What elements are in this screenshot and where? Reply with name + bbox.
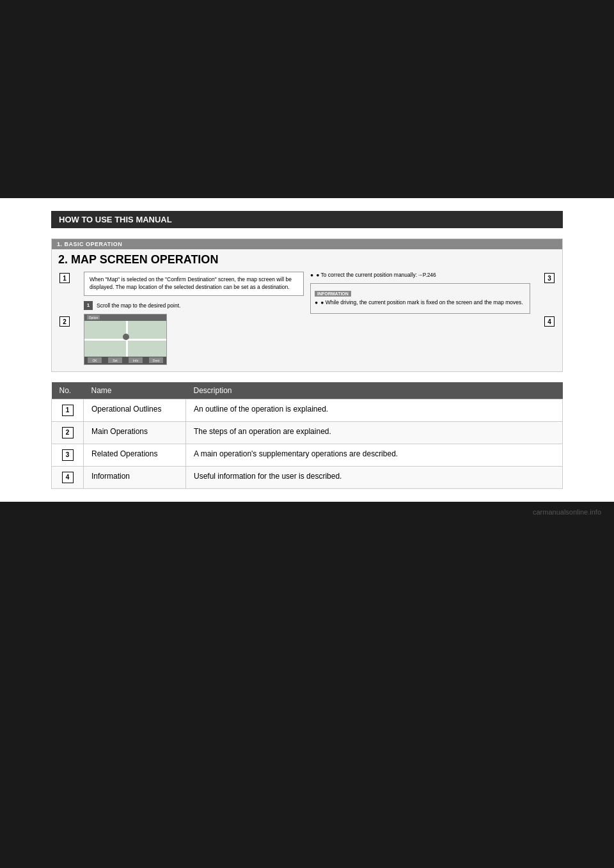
info-label: INFORMATION — [315, 291, 351, 297]
num-badge: 2 — [62, 427, 74, 438]
table-cell-no: 4 — [52, 466, 84, 488]
diagram-right: ● ● To correct the current position manu… — [310, 272, 530, 365]
top-dark-bar — [0, 0, 614, 198]
col-header-desc: Description — [186, 382, 563, 399]
watermark: carmanualsonline.info — [0, 502, 614, 522]
right-bullet: ● ● To correct the current position manu… — [310, 272, 530, 279]
table-row: 4InformationUseful information for the u… — [52, 466, 563, 488]
table-cell-name: Operational Outlines — [84, 399, 186, 421]
info-bullet-dot: ● — [315, 299, 318, 307]
diagram-title: 2. MAP SCREEN OPERATION — [52, 249, 562, 272]
table-row: 1Operational OutlinesAn outline of the o… — [52, 399, 563, 421]
info-box: INFORMATION ● ● While driving, the curre… — [310, 283, 530, 314]
table-cell-no: 2 — [52, 421, 84, 444]
step-text: Scroll the map to the desired point. — [97, 302, 180, 309]
info-label-text: INFORMATION — [317, 291, 349, 296]
map-thumbnail: Option OK Set Info Dest — [84, 314, 167, 365]
table-cell-desc: The steps of an operation are explained. — [186, 421, 563, 444]
page-wrapper: HOW TO USE THIS MANUAL 1. BASIC OPERATIO… — [0, 0, 614, 868]
section-header: HOW TO USE THIS MANUAL — [51, 211, 563, 228]
map-bottom-bar: OK Set Info Dest — [84, 357, 166, 364]
diagram-header-text: 1. BASIC OPERATION — [57, 241, 122, 247]
table-cell-no: 3 — [52, 444, 84, 466]
diagram-relative-wrapper: 1 2 3 4 When "Map" is selected on the "C… — [77, 272, 537, 371]
map-position-marker — [123, 334, 129, 340]
diagram-cols: When "Map" is selected on the "Confirm D… — [77, 272, 537, 371]
col-header-no-text: No. — [59, 386, 72, 395]
info-table: No. Name Description 1Operational Outlin… — [51, 382, 563, 489]
watermark-text: carmanualsonline.info — [533, 508, 601, 516]
map-btn-4: Dest — [149, 357, 163, 363]
map-top-bar: Option — [84, 314, 166, 321]
col-header-no: No. — [52, 382, 84, 399]
info-bullet: ● ● While driving, the current position … — [315, 299, 526, 307]
diagram-title-text: 2. MAP SCREEN OPERATION — [58, 253, 218, 266]
col-header-name-text: Name — [91, 386, 112, 395]
table-header-row: No. Name Description — [52, 382, 563, 399]
map-btn-3: Info — [129, 357, 143, 363]
table-cell-desc: An outline of the operation is explained… — [186, 399, 563, 421]
num-badge: 3 — [62, 449, 74, 461]
content-area: HOW TO USE THIS MANUAL 1. BASIC OPERATIO… — [0, 198, 614, 502]
diagram-label-2: 2 — [59, 316, 70, 327]
table-cell-desc: A main operation's supplementary operati… — [186, 444, 563, 466]
diagram-container: 1. BASIC OPERATION 2. MAP SCREEN OPERATI… — [51, 238, 563, 372]
right-bullet-text: ● To correct the current position manual… — [316, 272, 436, 279]
step-number: 1 — [84, 301, 93, 310]
step-text-content: Scroll the map to the desired point. — [97, 302, 180, 309]
table-cell-name: Related Operations — [84, 444, 186, 466]
table-cell-no: 1 — [52, 399, 84, 421]
table-row: 3Related OperationsA main operation's su… — [52, 444, 563, 466]
num-badge: 1 — [62, 405, 74, 416]
col-header-desc-text: Description — [194, 386, 232, 395]
map-btn-1: OK — [88, 357, 102, 363]
section-header-text: HOW TO USE THIS MANUAL — [59, 215, 172, 224]
diagram-left-textbox: When "Map" is selected on the "Confirm D… — [84, 272, 304, 296]
table-row: 2Main OperationsThe steps of an operatio… — [52, 421, 563, 444]
diagram-header-bar: 1. BASIC OPERATION — [52, 239, 562, 249]
diagram-label-1: 1 — [59, 273, 70, 283]
num-badge: 4 — [62, 472, 74, 483]
map-btn-2: Set — [108, 357, 122, 363]
diagram-label-4: 4 — [544, 316, 555, 327]
table-body: 1Operational OutlinesAn outline of the o… — [52, 399, 563, 488]
step-number-text: 1 — [87, 302, 90, 308]
table-cell-name: Information — [84, 466, 186, 488]
map-option-btn: Option — [87, 315, 100, 320]
col-header-name: Name — [84, 382, 186, 399]
info-bullet-text: ● While driving, the current position ma… — [320, 299, 523, 307]
step-row: 1 Scroll the map to the desired point. — [84, 301, 304, 310]
table-cell-desc: Useful information for the user is descr… — [186, 466, 563, 488]
table-cell-name: Main Operations — [84, 421, 186, 444]
bullet-dot: ● — [310, 272, 313, 279]
diagram-label-3: 3 — [544, 273, 555, 283]
diagram-left-text: When "Map" is selected on the "Confirm D… — [90, 276, 292, 290]
bottom-dark-bar: carmanualsonline.info — [0, 502, 614, 868]
diagram-left: When "Map" is selected on the "Confirm D… — [84, 272, 304, 365]
